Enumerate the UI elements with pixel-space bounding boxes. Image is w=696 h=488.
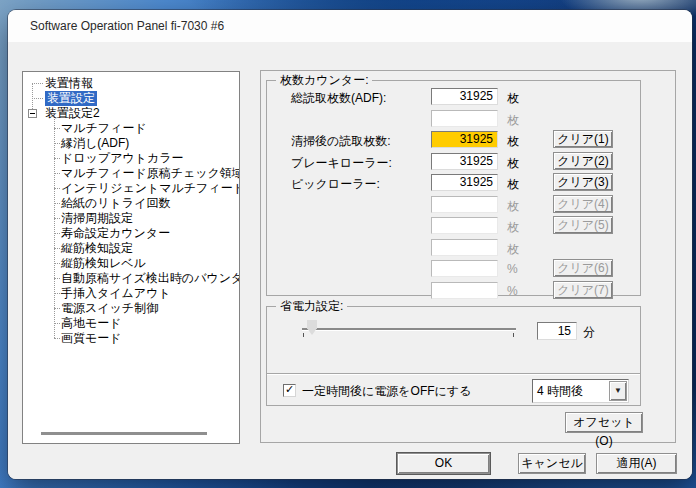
counter-9-field [431,260,498,277]
sheet-counter-group-title: 枚数カウンター: [276,73,372,87]
power-save-minutes-field[interactable]: 15 [537,322,577,340]
titlebar: Software Operation Panel fi-7030 #6 [8,10,692,42]
counter-row: 枚 クリア(4) [267,196,640,218]
counter-unit: 枚 [507,112,519,129]
counter-unit: % [507,284,518,298]
apply-button[interactable]: 適用(A) [596,453,677,474]
clear-5-button: クリア(5) [553,216,613,234]
tree-connector [54,158,60,159]
auto-power-off-label: 一定時間後に電源をOFFにする [302,384,471,398]
tree-item-power-switch-control[interactable]: 電源スイッチ制御 [23,301,239,316]
counter-unit: 枚 [507,241,519,258]
tree-connector [54,233,60,234]
counter-row: % クリア(6) [267,260,640,282]
tree-connector [54,338,60,339]
scans-after-cleaning-label: 清掃後の読取枚数: [291,133,391,150]
group-divider [267,373,640,374]
counter-unit: 枚 [507,219,519,236]
brake-roller-field[interactable]: 31925 [431,153,498,170]
tree-item-manual-feed-timeout[interactable]: 手挿入タイムアウト [23,286,239,301]
ok-button[interactable]: OK [397,453,490,474]
tree-item-high-altitude-mode[interactable]: 高地モード [23,316,239,331]
dropdown-arrow-icon[interactable]: ▼ [609,381,627,401]
clear-7-button: クリア(7) [553,281,613,299]
settings-tree: 装置情報 装置設定 装置設定2 マルチフィード 縁消し(ADF) ドロップアウト… [22,71,240,444]
tree-item-dropout-color[interactable]: ドロップアウトカラー [23,151,239,166]
tree-item-edge-filler-adf[interactable]: 縁消し(ADF) [23,136,239,151]
counter-2-field [431,110,498,127]
tree-item-multifeed-check-area[interactable]: マルチフィード原稿チェック領域指定 [23,166,239,181]
clear-2-button[interactable]: クリア(2) [553,152,613,170]
counter-unit: 枚 [507,90,519,107]
tree-connector [54,308,60,309]
tree-item-intelligent-multifeed[interactable]: インテリジェントマルチフィード設定 [23,181,239,196]
clear-3-button[interactable]: クリア(3) [553,173,613,191]
counter-row: 枚 クリア(5) [267,217,640,239]
counter-7-field [431,217,498,234]
power-off-delay-value: 4 時間後 [537,383,583,399]
counter-row: ピックローラー: 31925 枚 クリア(3) [267,174,640,196]
brake-roller-label: ブレーキローラー: [291,155,392,172]
tree-item-image-quality-mode[interactable]: 画質モード [23,331,239,346]
power-save-slider-thumb[interactable] [307,320,317,335]
total-scans-adf-label: 総読取枚数(ADF): [291,90,386,107]
tree-item-feed-retry-count[interactable]: 給紙のリトライ回数 [23,196,239,211]
offset-button[interactable]: オフセット(O) [565,412,643,433]
tree-item-multifeed[interactable]: マルチフィード [23,121,239,136]
auto-power-off-checkbox[interactable]: ✓ [283,384,296,397]
tree-connector [32,98,43,99]
tree-connector [32,83,43,84]
tree-connector [54,128,60,129]
cancel-button[interactable]: キャンセル [518,453,586,474]
pick-roller-field[interactable]: 31925 [431,174,498,191]
tree-item-auto-size-boundary[interactable]: 自動原稿サイズ検出時のバウンダリ [23,271,239,286]
scans-after-cleaning-field[interactable]: 31925 [431,131,498,148]
tree-item-life-counter-setting[interactable]: 寿命設定カウンター [23,226,239,241]
slider-tick [303,333,304,337]
tree-connector [54,143,60,144]
sheet-counter-group: 枚数カウンター: 総読取枚数(ADF): 31925 枚 枚 清掃後の読取枚数:… [266,80,641,296]
total-scans-adf-field[interactable]: 31925 [431,88,498,105]
checkmark-icon: ✓ [285,383,294,396]
power-saving-group: 省電力設定: 15 分 ✓ 一定時間後に電源をOFFにする 4 時間後 ▼ [266,306,641,406]
counter-unit: 枚 [507,155,519,172]
tree-item-vertical-streak-detection[interactable]: 縦筋検知設定 [23,241,239,256]
counter-6-field [431,196,498,213]
dialog-client-area: 装置情報 装置設定 装置設定2 マルチフィード 縁消し(ADF) ドロップアウト… [8,42,692,479]
power-off-delay-dropdown[interactable]: 4 時間後 ▼ [532,379,629,403]
counter-row: 総読取枚数(ADF): 31925 枚 [267,88,640,110]
power-saving-group-title: 省電力設定: [276,299,347,313]
tree-hscrollbar-thumb[interactable] [41,432,207,435]
tree-connector [54,323,60,324]
slider-tick [513,333,514,337]
tree-item-cleaning-cycle[interactable]: 清掃周期設定 [23,211,239,226]
tree-item-device-info[interactable]: 装置情報 [23,76,239,91]
tree-connector [54,293,60,294]
tree-item-vertical-streak-level[interactable]: 縦筋検知レベル [23,256,239,271]
tree-connector [54,248,60,249]
tree-item-device-setting-2[interactable]: 装置設定2 [23,106,239,121]
counter-unit: 枚 [507,133,519,150]
power-save-slider-track[interactable] [302,328,516,330]
collapse-icon[interactable] [28,109,37,118]
window-title: Software Operation Panel fi-7030 #6 [30,19,224,33]
counter-row: ブレーキローラー: 31925 枚 クリア(2) [267,153,640,175]
clear-4-button: クリア(4) [553,195,613,213]
tree-item-device-setting[interactable]: 装置設定 [23,91,239,106]
software-operation-panel-window: Software Operation Panel fi-7030 #6 装置情報… [8,10,692,479]
counter-row: 枚 [267,239,640,261]
counter-unit: 枚 [507,176,519,193]
counter-row: 清掃後の読取枚数: 31925 枚 クリア(1) [267,131,640,153]
clear-6-button: クリア(6) [553,259,613,277]
tree-connector [54,188,60,189]
tree-connector [54,278,60,279]
minutes-unit-label: 分 [583,324,595,341]
tree-connector [54,218,60,219]
clear-1-button[interactable]: クリア(1) [553,130,613,148]
counter-unit: % [507,262,518,276]
tree-connector [54,203,60,204]
pick-roller-label: ピックローラー: [291,176,380,193]
tree-connector [54,263,60,264]
counter-row: 枚 [267,110,640,132]
counter-8-field [431,239,498,256]
